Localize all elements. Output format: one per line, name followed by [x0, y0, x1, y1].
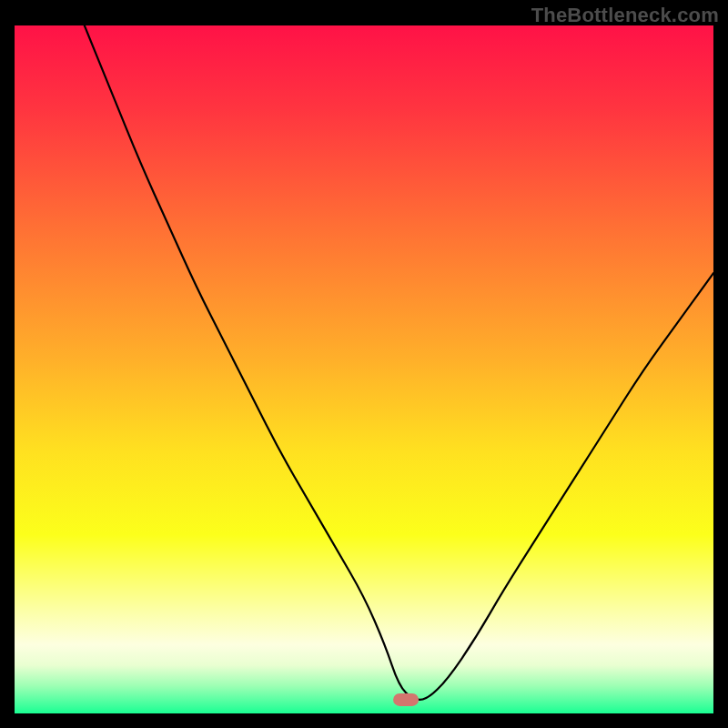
watermark-text: TheBottleneck.com: [531, 4, 719, 27]
plot-border: [15, 25, 713, 713]
chart-svg: [15, 25, 713, 713]
plot-area: [15, 25, 713, 713]
gradient-background: [15, 25, 713, 713]
chart-frame: TheBottleneck.com: [0, 0, 728, 728]
optimal-marker: [393, 693, 419, 706]
